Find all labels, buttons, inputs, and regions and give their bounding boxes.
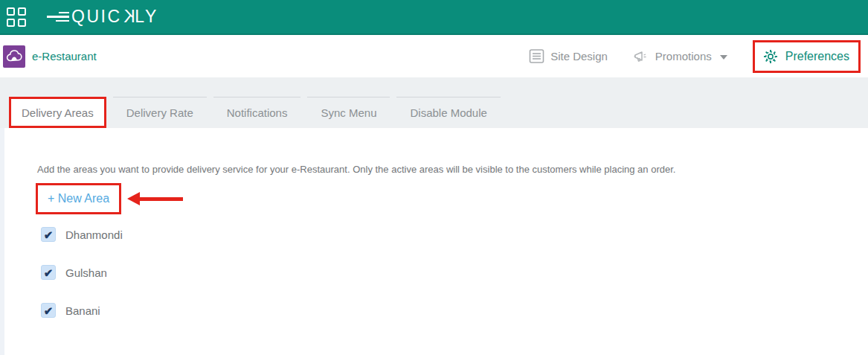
checkbox-dhanmondi[interactable]: ✔ [41, 227, 56, 242]
area-label: Gulshan [65, 266, 107, 279]
gear-icon [762, 48, 779, 65]
breadcrumb-app-name[interactable]: e-Restaurant [32, 50, 97, 63]
chevron-down-icon [720, 55, 727, 60]
tab-disable-module[interactable]: Disable Module [396, 97, 500, 128]
preferences-button[interactable]: Preferences [753, 40, 861, 73]
areas-list: ✔ Dhanmondi ✔ Gulshan ✔ Banani [41, 223, 123, 337]
area-label: Banani [65, 304, 100, 317]
top-app-bar: QUICKLY [0, 0, 868, 35]
tab-label: Delivery Areas [22, 106, 94, 119]
checkmark-icon: ✔ [44, 229, 54, 240]
area-row-banani[interactable]: ✔ Banani [41, 299, 123, 322]
checkmark-icon: ✔ [44, 305, 54, 316]
checkmark-icon: ✔ [44, 267, 54, 278]
apps-grid-icon[interactable] [7, 7, 26, 27]
checkbox-gulshan[interactable]: ✔ [41, 265, 56, 280]
arrow-shaft [140, 197, 183, 201]
promotions-dropdown[interactable]: Promotions [633, 49, 727, 64]
megaphone-icon [633, 49, 649, 64]
new-area-link[interactable]: + New Area [48, 192, 109, 205]
area-row-dhanmondi[interactable]: ✔ Dhanmondi [41, 223, 123, 246]
tab-label: Sync Menu [321, 106, 376, 119]
tab-label: Disable Module [410, 106, 486, 119]
module-header: e-Restaurant Site Design [0, 35, 868, 77]
page-background-edge [0, 128, 4, 355]
checkbox-banani[interactable]: ✔ [41, 303, 56, 318]
header-nav: Site Design Promotions [529, 35, 861, 77]
tab-sync-menu[interactable]: Sync Menu [307, 97, 390, 128]
site-design-label: Site Design [550, 50, 608, 63]
logo-text: QUICKLY [71, 7, 158, 27]
panel-description: Add the areas you want to provide delive… [37, 164, 675, 175]
cloud-icon [5, 48, 23, 65]
e-restaurant-app-icon[interactable] [3, 45, 25, 68]
logo-speed-lines-icon [47, 12, 69, 22]
tab-label: Delivery Rate [126, 106, 193, 119]
preferences-label: Preferences [785, 50, 849, 63]
site-design-button[interactable]: Site Design [529, 48, 608, 64]
tab-delivery-rate[interactable]: Delivery Rate [113, 97, 207, 128]
page: QUICKLY e-Restaurant Site Design [0, 0, 868, 355]
new-area-row: + New Area [36, 183, 183, 214]
tab-delivery-areas[interactable]: Delivery Areas [9, 97, 106, 128]
annotation-arrow [127, 192, 183, 205]
arrow-head-icon [127, 192, 140, 205]
tab-label: Notifications [227, 106, 288, 119]
tabs: Delivery Areas Delivery Rate Notificatio… [9, 97, 501, 128]
delivery-areas-panel: Add the areas you want to provide delive… [0, 128, 868, 355]
annotation-box-new-area: + New Area [36, 183, 121, 214]
promotions-label: Promotions [655, 50, 712, 63]
tab-notifications[interactable]: Notifications [213, 97, 301, 128]
area-label: Dhanmondi [65, 228, 123, 241]
site-design-icon [529, 48, 544, 64]
quickly-logo: QUICKLY [47, 7, 158, 27]
area-row-gulshan[interactable]: ✔ Gulshan [41, 261, 123, 284]
tabs-bar: Delivery Areas Delivery Rate Notificatio… [0, 77, 868, 128]
